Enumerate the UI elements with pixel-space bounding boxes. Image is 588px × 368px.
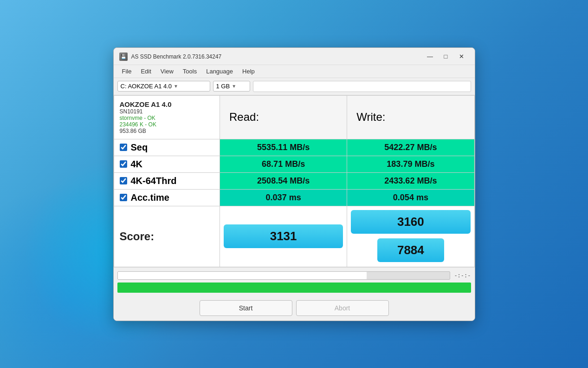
table-row: Acc.time 0.037 ms 0.054 ms	[114, 189, 474, 206]
seq-write-value: 5422.27 MB/s	[347, 139, 474, 156]
menu-bar: File Edit View Tools Language Help	[114, 65, 475, 78]
drive-driver: stornvme - OK	[120, 115, 214, 121]
menu-view[interactable]: View	[156, 66, 178, 77]
progress-row: -:-:-	[117, 271, 471, 280]
write-header: Write:	[356, 111, 385, 123]
score-write: 3160	[351, 210, 470, 234]
acctime-read-value: 0.037 ms	[220, 189, 347, 206]
window-controls: — □ ✕	[423, 52, 469, 62]
drive-name: AOKZOE A1 4.0	[120, 100, 214, 108]
progress-timer: -:-:-	[454, 272, 471, 279]
app-icon: 💾	[119, 53, 128, 61]
menu-tools[interactable]: Tools	[178, 66, 201, 77]
score-row: Score: 3131 3160 7884	[114, 206, 474, 267]
toolbar: C: AOKZOE A1 4.0 ▼ 1 GB ▼	[114, 78, 475, 95]
maximize-button[interactable]: □	[439, 52, 453, 62]
results-area: AOKZOE A1 4.0 SN10191 stornvme - OK 2344…	[114, 95, 475, 321]
read-header: Read:	[229, 111, 259, 123]
header-row: AOKZOE A1 4.0 SN10191 stornvme - OK 2344…	[114, 95, 474, 139]
drive-capacity: 953.86 GB	[120, 128, 214, 134]
4k-write-value: 183.79 MB/s	[347, 156, 474, 172]
title-bar: 💾 AS SSD Benchmark 2.0.7316.34247 — □ ✕	[114, 48, 475, 65]
seq-read-value: 5535.11 MB/s	[220, 139, 347, 156]
4k-label: 4K	[131, 159, 143, 170]
drive-capacity-k: 234496 K - OK	[120, 121, 214, 128]
close-button[interactable]: ✕	[454, 52, 469, 62]
start-button[interactable]: Start	[200, 300, 292, 316]
progress-bar-fill	[118, 272, 367, 279]
drive-serial: SN10191	[120, 108, 214, 115]
drive-dropdown-arrow: ▼	[174, 84, 178, 89]
menu-file[interactable]: File	[117, 66, 136, 77]
main-window: 💾 AS SSD Benchmark 2.0.7316.34247 — □ ✕ …	[113, 47, 475, 321]
menu-edit[interactable]: Edit	[136, 66, 155, 77]
acctime-checkbox[interactable]	[120, 194, 127, 201]
button-row: Start Abort	[114, 297, 475, 321]
toolbar-spacer	[253, 81, 471, 92]
window-title: AS SSD Benchmark 2.0.7316.34247	[131, 53, 423, 60]
acctime-label: Acc.time	[131, 192, 169, 203]
table-row: 4K-64Thrd 2508.54 MB/s 2433.62 MB/s	[114, 172, 474, 189]
4k-read-value: 68.71 MB/s	[220, 156, 347, 172]
progress-bar-background	[117, 271, 451, 280]
size-dropdown-value: 1 GB	[216, 83, 230, 90]
size-dropdown[interactable]: 1 GB ▼	[213, 81, 250, 92]
acctime-write-value: 0.054 ms	[347, 189, 474, 206]
score-label: Score:	[120, 230, 155, 243]
drive-dropdown[interactable]: C: AOKZOE A1 4.0 ▼	[117, 81, 210, 92]
menu-help[interactable]: Help	[238, 66, 259, 77]
menu-language[interactable]: Language	[201, 66, 238, 77]
abort-button[interactable]: Abort	[296, 300, 389, 316]
drive-dropdown-value: C: AOKZOE A1 4.0	[121, 83, 172, 90]
score-total: 7884	[377, 238, 444, 262]
table-row: 4K 68.71 MB/s 183.79 MB/s	[114, 156, 474, 172]
size-dropdown-arrow: ▼	[232, 84, 236, 89]
4k64thrd-read-value: 2508.54 MB/s	[220, 172, 347, 189]
seq-label: Seq	[131, 142, 148, 153]
minimize-button[interactable]: —	[423, 52, 438, 62]
4k64thrd-write-value: 2433.62 MB/s	[347, 172, 474, 189]
4k-checkbox[interactable]	[120, 160, 127, 168]
seq-checkbox[interactable]	[120, 144, 127, 151]
table-row: Seq 5535.11 MB/s 5422.27 MB/s	[114, 139, 474, 156]
4k64thrd-label: 4K-64Thrd	[131, 176, 177, 186]
results-table: AOKZOE A1 4.0 SN10191 stornvme - OK 2344…	[114, 95, 475, 267]
progress-green-bar	[117, 283, 471, 293]
progress-area: -:-:-	[114, 267, 475, 297]
4k64thrd-checkbox[interactable]	[120, 177, 127, 184]
score-read: 3131	[224, 224, 343, 248]
